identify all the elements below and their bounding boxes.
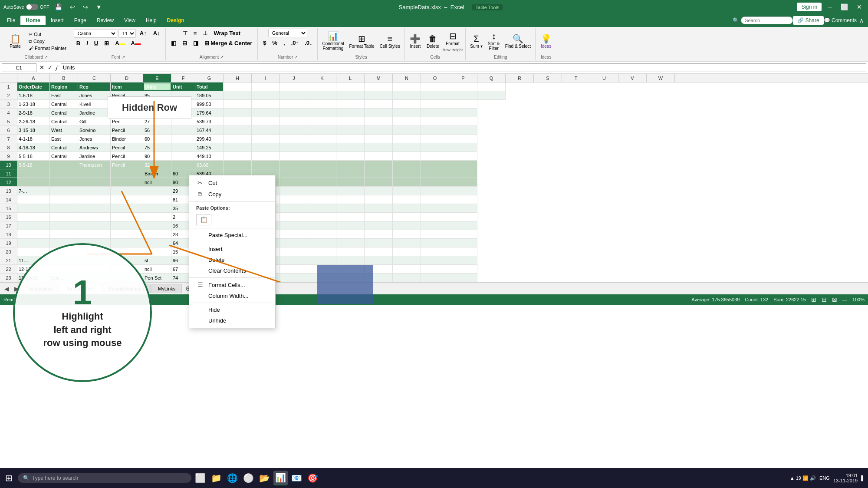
cell-M10[interactable] (365, 161, 393, 169)
cell-G6[interactable]: 167.44 (195, 126, 224, 135)
cell-N12[interactable] (393, 178, 421, 187)
cell-K5[interactable] (308, 117, 336, 126)
ctx-column-width[interactable]: Column Width... (189, 290, 275, 301)
cell-E9[interactable]: 90 (143, 152, 171, 161)
cell-O12[interactable] (421, 178, 449, 187)
cell-I7[interactable] (252, 135, 280, 143)
cell-B13[interactable] (50, 187, 78, 195)
taskbar-search-input[interactable] (32, 475, 186, 481)
cell-A12[interactable] (17, 178, 50, 187)
cell-J10[interactable] (280, 161, 308, 169)
cell-M5[interactable] (365, 117, 393, 126)
row-num-23[interactable]: 23 (0, 274, 17, 282)
tab-insert[interactable]: Insert (46, 16, 69, 25)
share-button[interactable]: 🔗 Share (793, 16, 823, 25)
align-center-button[interactable]: ⊟ (180, 39, 190, 48)
col-header-S[interactable]: S (534, 74, 562, 82)
cell-Q2[interactable] (477, 91, 506, 100)
cell-K4[interactable] (308, 109, 336, 117)
cell-H2[interactable] (224, 91, 252, 100)
cell-P5[interactable] (449, 117, 477, 126)
cell-C3[interactable]: Kivell (78, 100, 111, 109)
cell-D12[interactable] (111, 178, 143, 187)
cut-button[interactable]: ✂ Cut (27, 31, 68, 38)
cell-K2[interactable] (308, 91, 336, 100)
minimize-button[interactable]: ─ (825, 3, 835, 11)
cell-J6[interactable] (280, 126, 308, 135)
taskview-icon[interactable]: ⬜ (193, 471, 207, 485)
cell-I1[interactable] (252, 82, 280, 91)
cell-N6[interactable] (393, 126, 421, 135)
name-box[interactable] (2, 63, 36, 72)
ideas-button[interactable]: 💡 Ideas (538, 33, 554, 49)
autosave-toggle[interactable] (26, 4, 38, 10)
row-num-1[interactable]: 1 (0, 82, 17, 91)
cell-C5[interactable]: Gill (78, 117, 111, 126)
row-num-21[interactable]: 21 (0, 256, 17, 265)
cell-D6[interactable]: Pencil (111, 126, 143, 135)
cell-D11[interactable] (111, 169, 143, 178)
cell-G1[interactable]: Total (195, 82, 224, 91)
col-header-W[interactable]: W (647, 74, 675, 82)
cell-J2[interactable] (280, 91, 308, 100)
cell-N10[interactable] (393, 161, 421, 169)
cell-O6[interactable] (421, 126, 449, 135)
cell-H4[interactable] (224, 109, 252, 117)
cell-styles-button[interactable]: ≡ Cell Styles (378, 33, 402, 49)
cell-B9[interactable]: Central (50, 152, 78, 161)
sheet-tab-mylinks[interactable]: MyLinks (151, 284, 182, 293)
cell-I8[interactable] (252, 143, 280, 152)
cell-M3[interactable] (365, 100, 393, 109)
cell-K10[interactable] (308, 161, 336, 169)
col-header-C[interactable]: C (78, 74, 111, 82)
font-increase-button[interactable]: A↑ (137, 29, 149, 38)
row-num-13[interactable]: 13 (0, 187, 17, 195)
cell-M4[interactable] (365, 109, 393, 117)
cell-B10[interactable] (50, 161, 78, 169)
col-header-K[interactable]: K (308, 74, 336, 82)
cell-D8[interactable]: Pencil (111, 143, 143, 152)
cell-N9[interactable] (393, 152, 421, 161)
close-button[interactable]: ✕ (854, 3, 865, 11)
format-button[interactable]: ⊟ Format (443, 31, 463, 47)
cell-E11[interactable]: Binder (143, 169, 171, 178)
cell-F8[interactable] (171, 143, 195, 152)
row-num-12[interactable]: 12 (0, 178, 17, 187)
cell-P7[interactable] (449, 135, 477, 143)
row-num-3[interactable]: 3 (0, 100, 17, 109)
cell-E13[interactable] (143, 187, 171, 195)
cell-N2[interactable] (393, 91, 421, 100)
row-num-6[interactable]: 6 (0, 126, 17, 135)
cell-M12[interactable] (365, 178, 393, 187)
cell-A9[interactable]: 5-5-18 (17, 152, 50, 161)
cell-C9[interactable]: Jardine (78, 152, 111, 161)
delete-cells-button[interactable]: 🗑 Delete (425, 33, 441, 49)
decrease-decimal-button[interactable]: .0↓ (302, 38, 315, 47)
confirm-formula-button[interactable]: ✓ (46, 64, 54, 71)
row-num-5[interactable]: 5 (0, 117, 17, 126)
cell-K7[interactable] (308, 135, 336, 143)
col-header-T[interactable]: T (562, 74, 590, 82)
row-num-20[interactable]: 20 (0, 247, 17, 256)
cell-L10[interactable] (336, 161, 365, 169)
tab-file[interactable]: File (2, 16, 20, 25)
row-num-2[interactable]: 2 (0, 91, 17, 100)
cell-L2[interactable] (336, 91, 365, 100)
cell-K12[interactable] (308, 178, 336, 187)
cell-B5[interactable]: Central (50, 117, 78, 126)
cell-D10[interactable]: Pencil (111, 161, 143, 169)
tab-page[interactable]: Page (69, 16, 92, 25)
cell-B7[interactable]: East (50, 135, 78, 143)
page-layout-btn[interactable]: ⊟ (822, 296, 827, 303)
row-num-11[interactable]: 11 (0, 169, 17, 178)
customize-quick-access[interactable]: ▼ (93, 3, 105, 11)
cell-A4[interactable]: 2-9-18 (17, 109, 50, 117)
show-desktop-btn[interactable]: ▌ (861, 475, 865, 481)
edge-icon[interactable]: 🌐 (225, 471, 240, 485)
cell-P4[interactable] (449, 109, 477, 117)
cell-G5[interactable]: 539.73 (195, 117, 224, 126)
tab-view[interactable]: View (119, 16, 141, 25)
cell-A5[interactable]: 2-26-18 (17, 117, 50, 126)
cell-P11[interactable] (449, 169, 477, 178)
font-decrease-button[interactable]: A↓ (151, 29, 163, 38)
